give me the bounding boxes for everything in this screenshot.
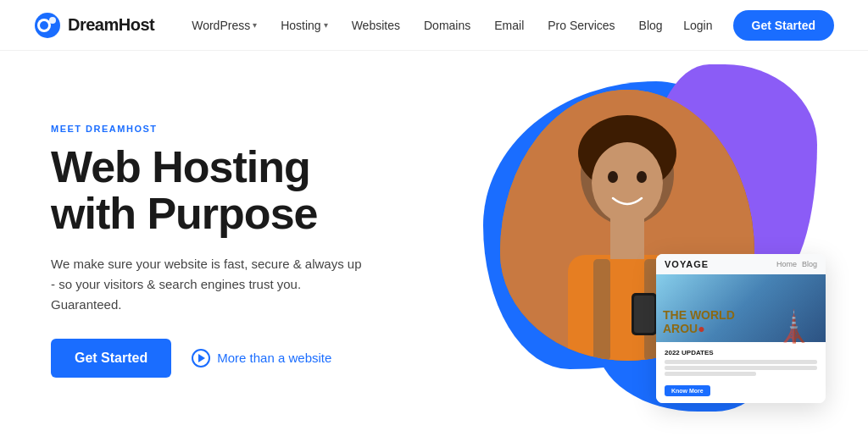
nav-item-email[interactable]: Email	[484, 12, 534, 39]
svg-point-3	[49, 17, 56, 24]
brand-name: DreamHost	[68, 15, 154, 35]
nav-item-domains[interactable]: Domains	[414, 12, 481, 39]
logo[interactable]: DreamHost	[34, 12, 154, 39]
hero-title-line2: with Purpose	[51, 189, 317, 238]
svg-rect-15	[634, 296, 654, 333]
nav-item-hosting[interactable]: Hosting	[270, 12, 337, 39]
card-header: VOYAGE Home Blog	[656, 254, 826, 274]
svg-rect-11	[610, 217, 644, 259]
card-logo: VOYAGE	[665, 259, 709, 269]
nav-right: Login Get Started	[673, 10, 834, 41]
card-world-text: THE WORLDAROU●	[663, 309, 735, 335]
eiffel-tower-icon: 🗼	[775, 312, 813, 342]
nav-item-pro-services[interactable]: Pro Services	[537, 12, 625, 39]
main-nav: DreamHost WordPress Hosting Websites Dom…	[0, 0, 868, 51]
play-icon	[192, 349, 210, 367]
hero-subtitle: We make sure your website is fast, secur…	[51, 254, 364, 315]
svg-point-7	[592, 142, 663, 224]
hero-title-line1: Web Hosting	[51, 142, 310, 191]
card-updates-label: 2022 UPDATES	[665, 349, 817, 356]
card-hero-image: 🗼 THE WORLDAROU●	[656, 274, 826, 342]
card-nav-home: Home	[776, 260, 797, 268]
card-body: 2022 UPDATES Know More	[656, 342, 826, 403]
nav-item-blog[interactable]: Blog	[629, 12, 673, 39]
login-button[interactable]: Login	[673, 12, 722, 39]
card-text-line-1	[665, 360, 817, 364]
hero-right: VOYAGE Home Blog 🗼 THE WORLDAROU● 2022 U…	[458, 73, 834, 428]
card-nav-dots: Home Blog	[776, 260, 817, 268]
hero-title: Web Hosting with Purpose	[51, 144, 458, 236]
svg-point-8	[608, 171, 618, 183]
nav-item-websites[interactable]: Websites	[342, 12, 410, 39]
hero-buttons: Get Started More than a website	[51, 339, 458, 378]
nav-links: WordPress Hosting Websites Domains Email…	[181, 12, 673, 39]
card-text-line-3	[665, 372, 756, 376]
hero-get-started-button[interactable]: Get Started	[51, 339, 171, 378]
hero-left: MEET DREAMHOST Web Hosting with Purpose …	[51, 124, 458, 377]
website-card: VOYAGE Home Blog 🗼 THE WORLDAROU● 2022 U…	[656, 254, 826, 403]
more-link-label: More than a website	[217, 351, 331, 365]
play-triangle	[198, 354, 205, 362]
more-than-website-link[interactable]: More than a website	[192, 349, 331, 367]
card-text-lines	[665, 360, 817, 376]
card-cta-button[interactable]: Know More	[665, 385, 710, 396]
nav-get-started-button[interactable]: Get Started	[733, 10, 834, 41]
card-text-line-2	[665, 366, 817, 370]
svg-point-2	[40, 21, 48, 30]
svg-point-9	[637, 171, 647, 183]
svg-rect-12	[593, 259, 610, 361]
meet-label: MEET DREAMHOST	[51, 124, 458, 134]
hero-section: MEET DREAMHOST Web Hosting with Purpose …	[0, 51, 868, 442]
card-nav-blog: Blog	[802, 260, 817, 268]
nav-item-wordpress[interactable]: WordPress	[181, 12, 267, 39]
